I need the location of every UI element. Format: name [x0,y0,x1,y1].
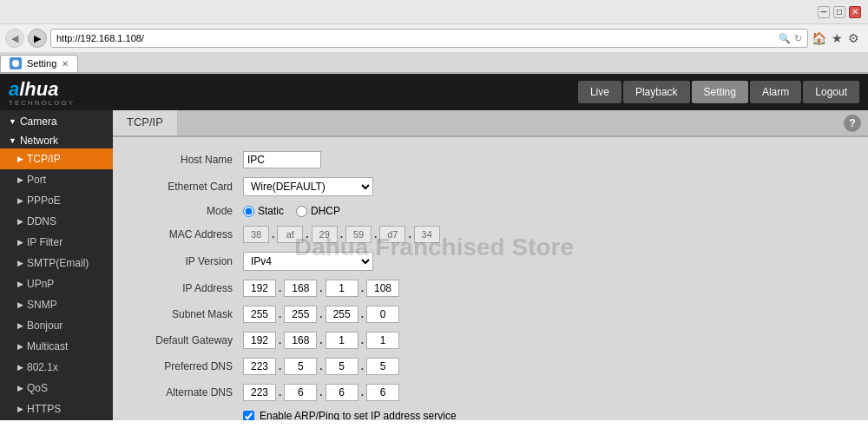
ip-version-select[interactable]: IPv4IPv6 [243,252,373,271]
gateway-octet-1[interactable] [243,332,276,349]
browser-tab-setting[interactable]: Setting ✕ [0,55,78,72]
sidebar-section-camera-label: Camera [20,115,57,128]
alt-dns-dot-2: . [319,386,322,399]
tab-title: Setting [27,58,56,69]
settings-icon[interactable]: ⚙ [848,31,859,45]
address-bar[interactable]: 🔍 ↻ [50,29,808,48]
ip-octet-3[interactable] [326,280,358,297]
mac-sep-3: . [340,228,343,240]
subnet-octet-3[interactable] [326,306,358,323]
mac-octet-6 [414,226,440,243]
8021x-arrow-icon: ▶ [17,363,23,372]
sidebar-item-ipfilter[interactable]: ▶ IP Filter [0,232,113,253]
snmp-arrow-icon: ▶ [17,300,23,309]
sidebar-item-ddns[interactable]: ▶ DDNS [0,211,113,232]
pppoe-arrow-icon: ▶ [17,196,23,205]
ethernet-card-select[interactable]: Wire(DEFAULT) [243,177,373,196]
mode-dhcp-label[interactable]: DHCP [296,205,340,217]
ip-address-label: IP Address [130,282,243,294]
sidebar-item-bonjour[interactable]: ▶ Bonjour [0,315,113,336]
sidebar-item-smtp[interactable]: ▶ SMTP(Email) [0,253,113,273]
alt-dns-octet-1[interactable] [243,384,276,401]
ip-address-control: . . . [243,280,399,297]
subnet-octet-1[interactable] [243,306,276,323]
subnet-octet-4[interactable] [366,306,399,323]
gateway-octet-2[interactable] [284,332,317,349]
pref-dns-octet-3[interactable] [326,358,358,375]
mode-static-radio[interactable] [243,206,254,217]
tab-close-icon[interactable]: ✕ [62,59,69,69]
sidebar-item-8021x[interactable]: ▶ 802.1x [0,357,113,378]
home-icon[interactable]: 🏠 [812,31,826,45]
bonjour-arrow-icon: ▶ [17,321,23,330]
pref-dns-octet-2[interactable] [284,358,317,375]
subnet-octet-2[interactable] [284,306,317,323]
pref-dns-control: . . . [243,358,399,375]
alt-dns-fields: . . . [243,384,399,401]
ip-dot-1: . [279,282,281,294]
sidebar-item-https[interactable]: ▶ HTTPS [0,399,113,419]
browser-toolbar: ◀ ▶ 🔍 ↻ 🏠 ★ ⚙ [0,24,868,52]
close-button[interactable]: ✕ [849,6,861,18]
ip-octet-1[interactable] [243,280,276,297]
panel-tab-tcpip[interactable]: TCP/IP [113,110,178,135]
nav-tab-logout[interactable]: Logout [803,81,859,103]
ethernet-card-row: Ethernet Card Wire(DEFAULT) [130,177,851,196]
arp-checkbox[interactable] [243,411,254,421]
subnet-dot-3: . [361,308,364,320]
maximize-button[interactable]: □ [833,6,845,18]
alt-dns-octet-2[interactable] [284,384,317,401]
address-input[interactable] [56,33,779,43]
nav-tab-live[interactable]: Live [578,81,621,103]
sidebar-section-network[interactable]: ▼ Network [0,129,113,148]
search-icon: 🔍 [779,33,791,44]
sidebar-item-upnp[interactable]: ▶ UPnP [0,273,113,294]
alt-dns-octet-3[interactable] [326,384,358,401]
sidebar-item-multicast-label: Multicast [27,340,68,352]
arp-checkbox-row: Enable ARP/Ping to set IP address servic… [243,410,851,420]
star-icon[interactable]: ★ [832,31,843,45]
sidebar-item-pppoe-label: PPPoE [27,194,61,207]
alt-dns-row: Alternate DNS . . . [130,384,851,401]
mode-static-label[interactable]: Static [243,205,284,217]
nav-tab-playback[interactable]: Playback [623,81,690,103]
sidebar-item-snmp[interactable]: ▶ SNMP [0,294,113,315]
sidebar-section-event[interactable]: ▶ Event [0,419,113,420]
mode-dhcp-radio[interactable] [296,206,307,217]
mac-octet-4 [345,226,372,243]
gateway-octet-3[interactable] [326,332,358,349]
sidebar-item-qos[interactable]: ▶ QoS [0,378,113,399]
minimize-button[interactable]: ─ [818,6,830,18]
back-button[interactable]: ◀ [5,29,24,48]
refresh-icon[interactable]: ↻ [794,33,802,44]
gateway-row: Default Gateway . . . [130,332,851,349]
pref-dns-octet-1[interactable] [243,358,276,375]
ethernet-card-label: Ethernet Card [130,181,243,193]
gateway-octet-4[interactable] [366,332,399,349]
pref-dns-row: Preferred DNS . . . [130,358,851,375]
ip-octet-2[interactable] [284,280,317,297]
alt-dns-octet-4[interactable] [366,384,399,401]
mac-octet-1 [243,226,269,243]
host-name-row: Host Name [130,151,851,168]
arp-checkbox-label: Enable ARP/Ping to set IP address servic… [260,410,457,420]
help-button[interactable]: ? [844,115,861,132]
ip-version-control: IPv4IPv6 [243,252,373,271]
nav-tab-alarm[interactable]: Alarm [750,81,801,103]
pref-dns-label: Preferred DNS [130,360,243,372]
sidebar: ▼ Camera ▼ Network ▶ TCP/IP ▶ Port ▶ PPP… [0,110,113,420]
multicast-arrow-icon: ▶ [17,342,23,351]
sidebar-section-camera[interactable]: ▼ Camera [0,110,113,129]
subnet-mask-control: . . . [243,306,399,323]
sidebar-item-tcpip[interactable]: ▶ TCP/IP [0,148,113,169]
sidebar-item-snmp-label: SNMP [27,299,57,311]
host-name-input[interactable] [243,151,321,168]
nav-tab-setting[interactable]: Setting [692,81,748,103]
pref-dns-octet-4[interactable] [366,358,399,375]
sidebar-item-pppoe[interactable]: ▶ PPPoE [0,190,113,211]
smtp-arrow-icon: ▶ [17,259,23,267]
ip-octet-4[interactable] [366,280,399,297]
forward-button[interactable]: ▶ [28,29,47,48]
sidebar-item-port[interactable]: ▶ Port [0,169,113,190]
sidebar-item-multicast[interactable]: ▶ Multicast [0,336,113,357]
